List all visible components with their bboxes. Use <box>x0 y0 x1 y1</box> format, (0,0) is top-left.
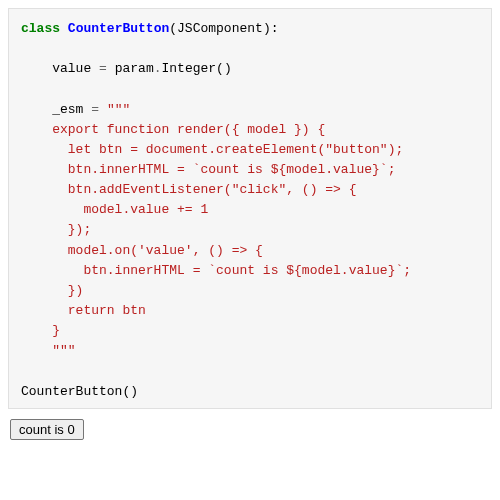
js-line <box>21 343 52 358</box>
js-line: export function render({ model }) { <box>21 122 325 137</box>
js-line: } <box>21 323 60 338</box>
class-name: CounterButton <box>68 21 169 36</box>
js-line: btn.addEventListener("click", () => { <box>21 182 356 197</box>
js-line: return btn <box>21 303 146 318</box>
esm-open-quote: """ <box>107 102 130 117</box>
attr-esm: _esm <box>52 102 83 117</box>
js-line: btn.innerHTML = `count is ${model.value}… <box>21 263 411 278</box>
js-line: let btn = document.createElement("button… <box>21 142 403 157</box>
base-class: JSComponent <box>177 21 263 36</box>
esm-close-quote: """ <box>52 343 75 358</box>
js-line: }) <box>21 283 83 298</box>
js-line: btn.innerHTML = `count is ${model.value}… <box>21 162 395 177</box>
js-line: model.value += 1 <box>21 202 208 217</box>
js-line: }); <box>21 222 91 237</box>
counterbutton-call: CounterButton() <box>21 384 138 399</box>
keyword-class: class <box>21 21 60 36</box>
count-button[interactable]: count is 0 <box>10 419 84 440</box>
js-line: model.on('value', () => { <box>21 243 263 258</box>
attr-value: value <box>52 61 91 76</box>
code-cell: class CounterButton(JSComponent): value … <box>8 8 492 409</box>
